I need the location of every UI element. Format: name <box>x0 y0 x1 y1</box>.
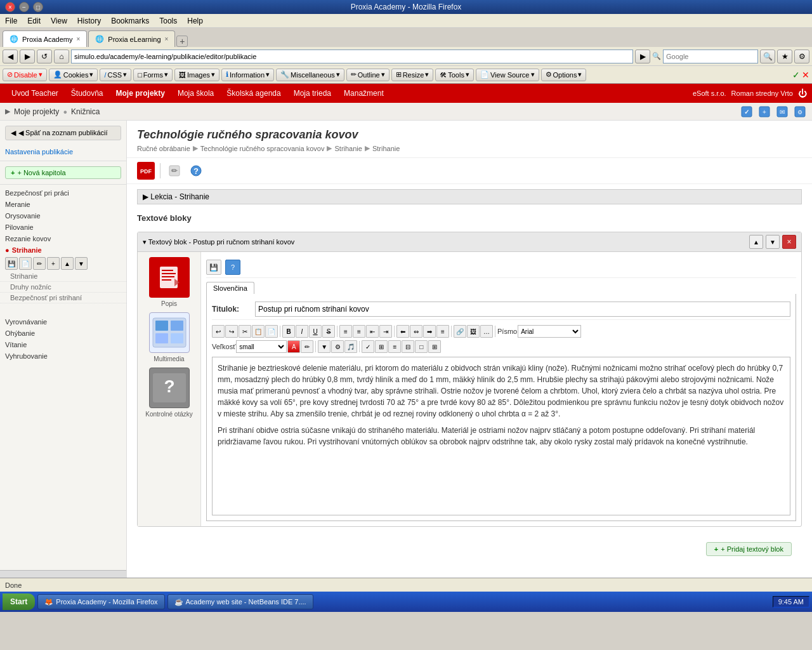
sidebar-item-vitanie[interactable]: Vítanie <box>0 339 126 350</box>
menu-history[interactable]: History <box>72 15 106 27</box>
font-select[interactable]: Arial <box>518 325 581 338</box>
breadcrumb-icon-3[interactable]: ✉ <box>775 105 789 119</box>
nav-moja-skola[interactable]: Moja škola <box>171 85 220 102</box>
rte-strikethrough[interactable]: S <box>322 325 335 338</box>
add-text-block-button[interactable]: + + Pridaj textový blok <box>706 542 792 556</box>
maximize-btn[interactable]: □ <box>33 2 43 12</box>
rte-table[interactable]: ⊞ <box>375 340 388 353</box>
breadcrumb-icon-2[interactable]: + <box>757 105 771 119</box>
logout-icon[interactable]: ⏻ <box>798 88 807 98</box>
tab-proxia-academy-close[interactable]: × <box>76 36 80 43</box>
back-to-list-button[interactable]: ◀ ◀ Späť na zoznam publikácií <box>5 126 121 140</box>
menu-file[interactable]: File <box>0 15 22 27</box>
nav-skolska-agenda[interactable]: Školská agenda <box>220 85 287 102</box>
help-btn[interactable]: ? <box>225 260 240 275</box>
home-button[interactable]: ⌂ <box>54 50 69 63</box>
rte-align-left[interactable]: ⬅ <box>396 325 409 338</box>
reload-button[interactable]: ↺ <box>37 50 52 63</box>
title-input[interactable] <box>255 302 790 317</box>
nav-manazment[interactable]: Manažment <box>337 85 390 102</box>
rte-col[interactable]: ⊟ <box>402 340 414 353</box>
rte-align-center[interactable]: ⇔ <box>410 325 422 338</box>
help-tool-icon[interactable]: ? <box>187 162 205 180</box>
new-tab-button[interactable]: + <box>176 36 188 47</box>
menu-bookmarks[interactable]: Bookmarks <box>106 15 154 27</box>
menu-view[interactable]: View <box>46 15 72 27</box>
address-bar[interactable] <box>71 50 633 63</box>
tools-btn[interactable]: 🛠 Tools ▾ <box>435 69 474 81</box>
menu-help[interactable]: Help <box>182 15 208 27</box>
sidebar-down-btn[interactable]: ▼ <box>75 257 88 270</box>
sidebar-doc-btn[interactable]: 📄 <box>19 257 32 270</box>
rte-indent[interactable]: ⇥ <box>379 325 392 338</box>
miscellaneous-btn[interactable]: 🔧 Miscellaneous ▾ <box>276 69 344 81</box>
forward-button[interactable]: ▶ <box>20 50 35 63</box>
rte-more-2[interactable]: ⚙ <box>331 340 344 353</box>
start-button[interactable]: Start <box>3 594 35 610</box>
breadcrumb-kniznica[interactable]: Knižnica <box>71 107 100 116</box>
rte-italic[interactable]: I <box>296 325 308 338</box>
taskbar-netbeans[interactable]: ☕ Academy web site - NetBeans IDE 7.... <box>167 594 313 609</box>
sidebar-item-pilovanie[interactable]: Pilovanie <box>0 222 126 233</box>
size-select[interactable]: small <box>236 340 287 353</box>
nav-extra-btn[interactable]: ⚙ <box>794 50 809 63</box>
dev-ok-icon[interactable]: ✓ <box>792 70 800 80</box>
sidebar-up-btn[interactable]: ▲ <box>61 257 74 270</box>
nav-uvod-teacher[interactable]: Uvod Teacher <box>5 85 65 102</box>
images-btn[interactable]: 🖼 Images ▾ <box>174 69 219 81</box>
rte-row[interactable]: ≡ <box>388 340 401 353</box>
nav-moja-trieda[interactable]: Moja trieda <box>287 85 337 102</box>
kontrolne-otazky-item[interactable]: ? Kontrolné otázky <box>145 368 193 418</box>
sidebar-sub-bezpecnost[interactable]: Bezpečnosť pri strihaní <box>0 293 126 303</box>
tab-proxia-academy[interactable]: 🌐 Proxia Academy × <box>3 30 87 47</box>
lang-tab-slovenčina[interactable]: Slovenčina <box>206 282 254 294</box>
multimedia-item[interactable]: Multimedia <box>149 312 190 362</box>
sidebar-item-rezanie[interactable]: Rezanie kovov <box>0 233 126 244</box>
rte-redo[interactable]: ↪ <box>225 325 238 338</box>
close-btn[interactable]: × <box>5 2 15 12</box>
sidebar-item-vyrovnavanie[interactable]: Vyrovnávanie <box>0 316 126 328</box>
popis-item[interactable]: Popis <box>149 257 190 307</box>
rte-paste[interactable]: 📄 <box>265 325 278 338</box>
rte-more-3[interactable]: 🎵 <box>344 340 357 353</box>
disable-btn[interactable]: ⊘ Disable ▾ <box>3 69 47 81</box>
rte-more-1[interactable]: ▼ <box>318 340 331 353</box>
taskbar-firefox[interactable]: 🦊 Proxia Academy - Mozilla Firefox <box>37 594 164 609</box>
rte-special[interactable]: … <box>480 325 493 338</box>
back-button[interactable]: ◀ <box>3 50 18 63</box>
rte-cell[interactable]: □ <box>415 340 428 353</box>
rte-spell[interactable]: ✓ <box>362 340 374 353</box>
rte-list-ordered[interactable]: ≡ <box>353 325 365 338</box>
tab-proxia-elearning-close[interactable]: × <box>165 36 169 43</box>
tab-proxia-elearning[interactable]: 🌐 Proxia eLearning × <box>88 30 175 47</box>
breadcrumb-moje-projekty[interactable]: Moje projekty <box>14 107 59 116</box>
rte-color[interactable]: A <box>287 340 300 353</box>
dev-error-icon[interactable]: ✕ <box>802 70 809 80</box>
breadcrumb-icon-4[interactable]: ⚙ <box>793 105 807 119</box>
rte-align-right[interactable]: ➡ <box>423 325 436 338</box>
bookmarks-button[interactable]: ★ <box>777 50 792 63</box>
rte-list-unordered[interactable]: ≡ <box>339 325 352 338</box>
sidebar-item-meranie[interactable]: Meranie <box>0 199 126 210</box>
rte-highlight[interactable]: ✏ <box>301 340 313 353</box>
search-button[interactable]: 🔍 <box>760 50 775 63</box>
sidebar-sub-strihanie[interactable]: Strihanie <box>0 271 126 282</box>
sidebar-sub-druhy[interactable]: Druhy nožníc <box>0 282 126 293</box>
sidebar-item-ohybanie[interactable]: Ohýbanie <box>0 328 126 339</box>
edit-tool-icon[interactable]: ✏ <box>166 162 183 180</box>
block-close-button[interactable]: × <box>782 235 796 249</box>
sidebar-item-vyhrubovanie[interactable]: Vyhrubovanie <box>0 350 126 362</box>
pdf-tool-icon[interactable]: PDF <box>137 162 155 180</box>
sidebar-item-bezpecnost[interactable]: Bezpečnosť pri práci <box>0 187 126 199</box>
search-go-button[interactable]: ▶ <box>635 50 650 63</box>
rte-undo[interactable]: ↩ <box>212 325 225 338</box>
menu-edit[interactable]: Edit <box>22 15 46 27</box>
options-btn[interactable]: ⚙ Options ▾ <box>541 69 587 81</box>
rte-bold[interactable]: B <box>282 325 295 338</box>
view-source-btn[interactable]: 📄 View Source ▾ <box>476 69 539 81</box>
nav-studovna[interactable]: Študovňa <box>65 85 110 102</box>
block-up-button[interactable]: ▲ <box>749 235 763 249</box>
rte-link[interactable]: 🔗 <box>454 325 466 338</box>
settings-link[interactable]: Nastavenia publikácie <box>0 145 126 158</box>
menu-tools[interactable]: Tools <box>154 15 182 27</box>
